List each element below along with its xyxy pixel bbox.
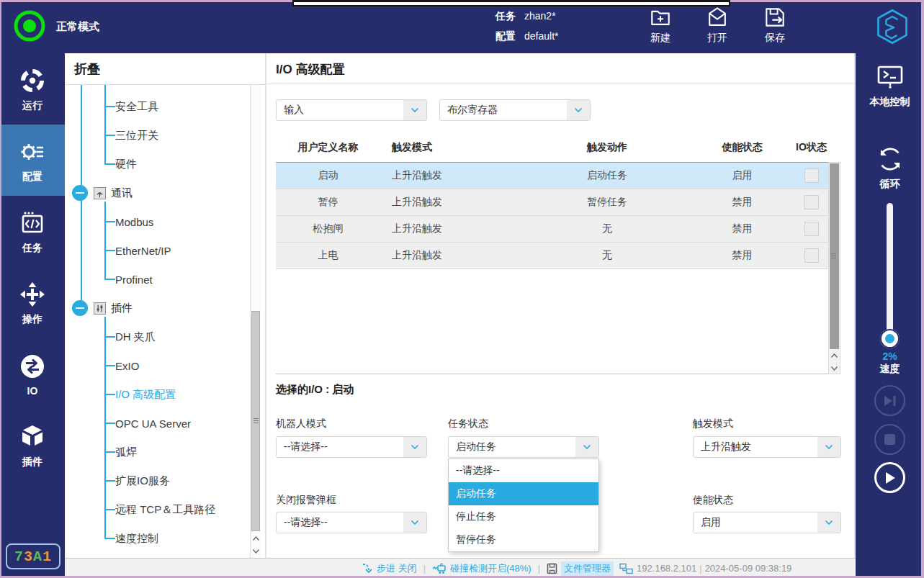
tree-item-dh-gripper[interactable]: DH 夹爪	[65, 322, 251, 351]
tree-item-hardware[interactable]: 硬件	[65, 150, 251, 179]
dropdown-option-selected[interactable]: 启动任务	[449, 482, 598, 505]
task-state-label: 任务状态	[448, 417, 488, 430]
selected-io-label: 选择的I/O : 启动	[276, 383, 354, 397]
new-file-icon	[647, 4, 673, 30]
chevron-down-icon	[575, 437, 598, 457]
task-name: zhan2*	[524, 10, 556, 22]
tree-node-plugins[interactable]: 插件	[65, 294, 251, 322]
status-bar: 步进 关闭 | 碰撞检测开启(48%) | 文件管理器 192.168.2.10…	[65, 558, 856, 578]
collapse-toggle-icon[interactable]	[72, 185, 88, 201]
nav-item-config[interactable]: 配置	[0, 125, 65, 196]
io-state-checkbox[interactable]	[804, 222, 819, 236]
cell-trigger-action: 无	[524, 249, 690, 262]
move-arrows-icon	[18, 280, 47, 309]
tree-item-speed-control[interactable]: 速度控制	[65, 524, 251, 553]
nav-item-plugins[interactable]: 插件	[0, 410, 65, 481]
datetime: 2024-05-09 09:38:19	[705, 563, 792, 574]
open-file-icon	[704, 4, 730, 30]
window-border	[0, 0, 1, 578]
tree-item-remote-tcp-tool-path[interactable]: 远程 TCP＆工具路径	[65, 495, 251, 524]
step-forward-button[interactable]	[874, 385, 905, 416]
tree-item-modbus[interactable]: Modbus	[65, 207, 251, 236]
speed-slider-track[interactable]	[887, 203, 893, 341]
task-label: 任务	[495, 10, 516, 22]
dropdown-option[interactable]: --请选择--	[449, 459, 598, 482]
save-button[interactable]: 保存	[751, 4, 799, 50]
tree-item-profinet[interactable]: Profinet	[65, 265, 251, 294]
tree-item-safety-plane[interactable]: 安全平面	[65, 85, 251, 92]
drive-icon	[547, 563, 557, 574]
table-row[interactable]: 上电 上升沿触发 无 禁用	[276, 243, 828, 269]
mode-label: 正常模式	[56, 20, 99, 34]
io-state-checkbox[interactable]	[804, 195, 819, 209]
robot-mode-select[interactable]: --请选择--	[276, 436, 427, 458]
step-arrow-icon	[362, 563, 373, 574]
scroll-down-icon[interactable]	[829, 362, 840, 374]
tree-item-three-position-switch[interactable]: 三位开关	[65, 121, 251, 150]
step-status[interactable]: 步进 关闭	[362, 562, 417, 575]
table-row[interactable]: 暂停 上升沿触发 暂停任务 禁用	[276, 189, 828, 216]
speed-percent: 2%	[856, 351, 924, 362]
collapse-toggle-icon[interactable]	[72, 300, 88, 316]
table-row[interactable]: 启动 上升沿触发 启动任务 启用	[276, 163, 828, 189]
scroll-down-icon[interactable]	[251, 545, 261, 557]
task-state-select[interactable]: 启动任务	[448, 436, 599, 458]
robot-status-icon	[13, 9, 46, 42]
loop-button[interactable]: 循环	[856, 144, 924, 191]
cell-enable-state: 启用	[690, 169, 794, 182]
table-scrollbar-thumb[interactable]	[830, 163, 839, 349]
config-label: 配置	[495, 30, 516, 42]
enable-state-label: 使能状态	[693, 494, 733, 507]
run-icon	[18, 66, 47, 95]
tree-node-communication[interactable]: 通讯	[65, 179, 251, 207]
dropdown-option[interactable]: 停止任务	[449, 505, 598, 528]
nav-item-operate[interactable]: 操作	[0, 267, 65, 338]
right-nav: 本地控制 循环 2% 速度	[856, 53, 924, 578]
chevron-down-icon	[403, 100, 426, 120]
tree-item-arc-welding[interactable]: 弧焊	[65, 438, 251, 466]
tree-scrollbar[interactable]	[250, 85, 261, 558]
tree-item-extended-io-service[interactable]: 扩展IO服务	[65, 466, 251, 495]
speed-slider-knob[interactable]	[880, 329, 900, 348]
nav-item-run[interactable]: 运行	[0, 53, 65, 125]
play-button[interactable]	[874, 462, 905, 493]
file-manager-button[interactable]: 文件管理器	[547, 561, 614, 576]
tree-item-ethernet-ip[interactable]: EtherNet/IP	[65, 236, 251, 265]
open-button[interactable]: 打开	[694, 4, 741, 50]
trigger-mode-select[interactable]: 上升沿触发	[693, 436, 841, 458]
loop-arrows-icon	[875, 144, 905, 174]
io-advanced-config-panel: I/O 高级配置 输入 布尔寄存器 用户定义名称 触发模式 触发动作 使能状态 …	[266, 53, 856, 558]
tree-item-exio[interactable]: ExIO	[65, 351, 251, 380]
tree-item-opc-ua-server[interactable]: OPC UA Server	[65, 409, 251, 438]
io-state-checkbox[interactable]	[804, 248, 819, 263]
register-type-select[interactable]: 布尔寄存器	[439, 99, 591, 121]
communication-icon	[94, 187, 106, 199]
cell-name: 暂停	[276, 196, 380, 209]
plugins-sliders-icon	[94, 302, 106, 315]
cell-trigger-mode: 上升沿触发	[380, 222, 524, 235]
dropdown-option[interactable]: 暂停任务	[449, 528, 598, 551]
io-direction-select[interactable]: 输入	[276, 99, 427, 121]
nav-item-task[interactable]: 任务	[0, 196, 65, 267]
robot-mode-label: 机器人模式	[276, 417, 326, 430]
close-alarm-select[interactable]: --请选择--	[276, 512, 427, 533]
scroll-up-icon[interactable]	[829, 350, 840, 362]
chevron-down-icon	[817, 437, 840, 457]
collapse-header[interactable]: 折叠	[65, 53, 265, 85]
table-scrollbar[interactable]	[828, 162, 840, 374]
tree-item-io-advanced-config[interactable]: I/O 高级配置	[65, 380, 251, 409]
cell-enable-state: 禁用	[690, 196, 794, 209]
scroll-up-icon[interactable]	[251, 533, 261, 545]
nav-item-io[interactable]: IO	[0, 338, 65, 410]
io-state-checkbox[interactable]	[804, 168, 819, 183]
cell-trigger-mode: 上升沿触发	[380, 169, 524, 182]
tree-item-safety-tools[interactable]: 安全工具	[65, 92, 251, 121]
local-control-button[interactable]: 本地控制	[856, 62, 924, 109]
tree-scrollbar-thumb[interactable]	[251, 311, 260, 531]
new-button[interactable]: 新建	[637, 4, 684, 50]
collision-status[interactable]: 碰撞检测开启(48%)	[432, 562, 531, 575]
stop-button[interactable]	[874, 424, 905, 455]
table-row[interactable]: 松抱闸 上升沿触发 无 禁用	[276, 216, 828, 243]
enable-state-select[interactable]: 启用	[693, 512, 841, 533]
collision-icon	[432, 563, 447, 574]
